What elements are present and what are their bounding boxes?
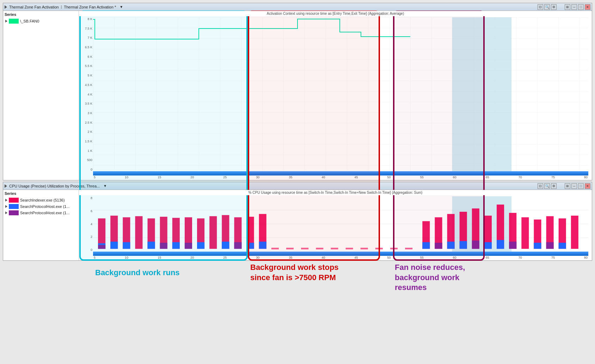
bottom-x-labels: 5 10 15 20 25 30 35 40 45 50 55 60 65 70 (93, 256, 588, 259)
top-panel-titlebar: Thermal Zone Fan Activation | Thermal Zo… (3, 3, 592, 11)
bottom-tab-dropdown[interactable]: ▼ (103, 184, 107, 188)
y-label-1: 7.5 K (80, 27, 92, 30)
y-label-13: 1.5 K (80, 140, 92, 143)
y-label-15: 500 (80, 158, 92, 162)
y-label-11: 2.5 K (80, 121, 92, 124)
titlebar-icons: ⊡ 🔍 ⚙ ⊞ ─ □ ✕ (538, 4, 590, 10)
y-label-12: 2 K (80, 130, 92, 134)
bottom-scrollbar[interactable] (93, 252, 588, 256)
bottom-series-item-1[interactable]: SearchProtocolHost.exe (1... (5, 203, 77, 210)
minimize-btn[interactable]: ─ (571, 4, 577, 10)
bottom-series-item-0[interactable]: SearchIndexer.exe (5136) (5, 197, 77, 203)
bottom-maximize-btn[interactable]: □ (578, 183, 584, 189)
y-label-16: 0 (80, 168, 92, 171)
top-y-axis: 8 K 7.5 K 7 K 6.5 K 6 K 5.5 K 5 K 4.5 K … (79, 17, 93, 171)
bottom-chart-svg (93, 196, 588, 252)
svg-rect-27 (234, 242, 241, 249)
svg-rect-49 (460, 241, 467, 249)
highlight-region (452, 17, 512, 171)
annotation-label-purple: Fan noise reduces,background workresumes (395, 263, 483, 293)
bottom-search-btn[interactable]: 🔍 (544, 183, 550, 189)
svg-rect-58 (521, 217, 529, 249)
bottom-x-axis: 5 10 15 20 25 30 35 40 45 50 55 60 65 70 (93, 252, 588, 260)
maximize-btn[interactable]: □ (578, 4, 584, 10)
y-label-8: 4 K (80, 93, 92, 96)
tile-btn[interactable]: ⊞ (565, 4, 570, 10)
svg-rect-40 (390, 248, 398, 249)
bottom-series-expand-1 (5, 205, 7, 208)
bottom-panel-titlebar: CPU Usage (Precise) Utilization by Proce… (3, 182, 592, 190)
svg-rect-31 (259, 242, 266, 249)
series-expand-icon (5, 20, 7, 23)
svg-rect-33 (286, 248, 294, 249)
svg-rect-12 (135, 216, 142, 249)
bottom-close-btn[interactable]: ✕ (585, 183, 590, 189)
search-btn[interactable]: 🔍 (544, 4, 550, 10)
y-label-10: 3 K (80, 111, 92, 115)
svg-rect-25 (222, 242, 229, 249)
svg-rect-43 (422, 242, 430, 249)
svg-rect-60 (534, 243, 541, 249)
y-label-9: 3.5 K (80, 102, 92, 105)
settings-btn[interactable]: ⚙ (551, 4, 557, 10)
bottom-series-name-1: SearchProtocolHost.exe (1... (20, 204, 70, 209)
bottom-titlebar-icons: ⊡ 🔍 ⚙ ⊞ ─ □ ✕ (538, 183, 590, 189)
top-panel-tab[interactable]: Thermal Zone Fan Activation * (64, 5, 116, 9)
svg-rect-23 (209, 216, 217, 249)
bottom-series-color-1 (9, 204, 19, 209)
svg-rect-29 (247, 243, 254, 249)
svg-rect-16 (160, 243, 167, 249)
svg-rect-36 (331, 248, 338, 249)
close-btn[interactable]: ✕ (585, 4, 590, 10)
top-panel: Thermal Zone Fan Activation | Thermal Zo… (3, 3, 592, 180)
bottom-series-item-2[interactable]: SearchProtocolHost.exe (1... (5, 210, 77, 216)
collapse-icon[interactable] (5, 5, 7, 9)
top-panel-content: Series \_SB.FAN0 Activation Context usin… (3, 11, 592, 180)
svg-rect-53 (484, 242, 492, 249)
bottom-series-label: Series (5, 191, 77, 196)
y-label-0: 8 K (80, 17, 92, 21)
svg-rect-34 (301, 248, 308, 249)
top-panel-title: Thermal Zone Fan Activation (9, 5, 59, 9)
tab-dropdown-icon[interactable]: ▼ (119, 5, 123, 9)
top-series-item-0[interactable]: \_SB.FAN0 (5, 18, 77, 24)
top-series-sidebar: Series \_SB.FAN0 (3, 11, 79, 180)
svg-rect-37 (346, 248, 353, 249)
svg-rect-0 (93, 17, 588, 171)
bottom-minimize-btn[interactable]: ─ (571, 183, 577, 189)
bottom-series-expand-2 (5, 211, 7, 214)
svg-rect-11 (123, 242, 130, 249)
bottom-settings-btn[interactable]: ⚙ (551, 183, 557, 189)
annotation-label-red: Background work stopssince fan is >7500 … (250, 263, 377, 283)
screenshot-btn[interactable]: ⊡ (538, 4, 543, 10)
series-color-0 (9, 19, 19, 24)
top-scrollbar[interactable] (93, 171, 588, 175)
svg-rect-41 (405, 248, 412, 249)
y-label-3: 6.5 K (80, 45, 92, 49)
y-label-7: 4.5 K (80, 83, 92, 87)
bottom-y-axis: 8 6 4 2 0 (79, 196, 93, 252)
svg-rect-51 (472, 241, 479, 249)
svg-rect-55 (497, 240, 504, 249)
bottom-chart-area: % CPU Usage using resource time as [Swit… (79, 190, 592, 260)
bottom-collapse-icon[interactable] (5, 184, 7, 188)
svg-rect-18 (172, 242, 180, 249)
svg-rect-35 (316, 248, 323, 249)
top-x-labels: 5 10 15 20 25 30 35 40 45 50 55 60 65 70 (93, 175, 588, 179)
bottom-panel: CPU Usage (Precise) Utilization by Proce… (3, 182, 592, 261)
svg-rect-39 (375, 248, 383, 249)
bottom-panel-content: Series SearchIndexer.exe (5136) SearchPr… (3, 190, 592, 260)
svg-rect-9 (110, 242, 118, 249)
svg-rect-64 (559, 243, 566, 249)
top-chart-area: Activation Context using resource time a… (79, 11, 592, 180)
bottom-tile-btn[interactable]: ⊞ (565, 183, 570, 189)
bottom-series-sidebar: Series SearchIndexer.exe (5136) SearchPr… (3, 190, 79, 260)
bottom-screenshot-btn[interactable]: ⊡ (538, 183, 543, 189)
y-label-6: 5 K (80, 74, 92, 77)
annotation-label-cyan: Background work runs (95, 268, 247, 278)
svg-rect-47 (447, 242, 455, 249)
main-container: Thermal Zone Fan Activation | Thermal Zo… (0, 0, 595, 364)
top-x-axis: 5 10 15 20 25 30 35 40 45 50 55 60 65 70 (93, 171, 588, 180)
svg-rect-57 (509, 242, 516, 249)
svg-rect-65 (571, 216, 578, 249)
